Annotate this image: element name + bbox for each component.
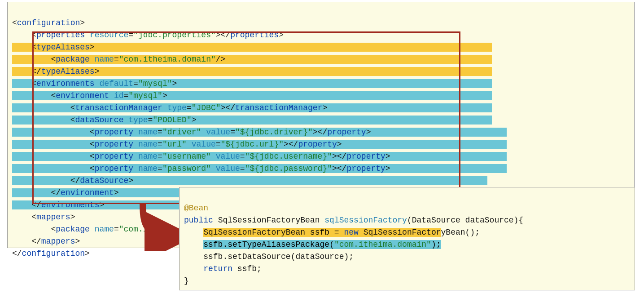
java-bean-box: @Bean public SqlSessionFactoryBean sqlSe… <box>179 187 635 290</box>
annotation: @Bean <box>184 204 208 213</box>
